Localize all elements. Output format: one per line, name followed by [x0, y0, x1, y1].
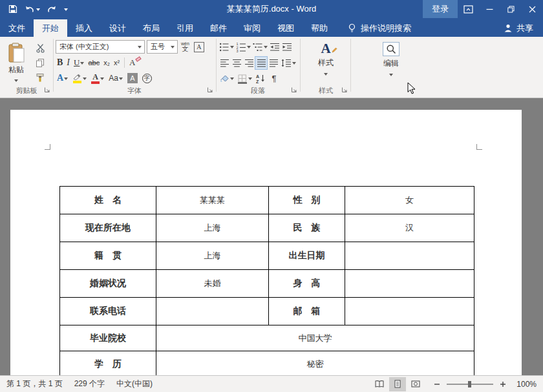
- text-effects-button[interactable]: A: [56, 72, 69, 85]
- decrease-indent-button[interactable]: [269, 41, 281, 53]
- borders-button[interactable]: [237, 72, 253, 85]
- customize-quick-access-button[interactable]: [64, 6, 68, 13]
- subscript-button[interactable]: x₂: [102, 56, 111, 69]
- sign-in-button[interactable]: 登录: [423, 0, 458, 18]
- print-layout-button[interactable]: [389, 377, 406, 391]
- numbering-button[interactable]: 123: [235, 41, 251, 53]
- distribute-button[interactable]: [268, 57, 279, 69]
- tab-mailings[interactable]: 邮件: [202, 19, 235, 37]
- tab-review[interactable]: 审阅: [235, 19, 269, 37]
- enclose-characters-button[interactable]: 字: [141, 72, 153, 85]
- zoom-level[interactable]: 100%: [515, 380, 537, 389]
- styles-dialog-launcher[interactable]: [341, 87, 348, 93]
- shading-button[interactable]: [218, 72, 235, 85]
- format-painter-button[interactable]: [32, 72, 48, 84]
- cell-email-value[interactable]: [345, 298, 474, 325]
- increase-indent-button[interactable]: [281, 41, 293, 53]
- cell-degree-value[interactable]: 秘密: [156, 351, 474, 376]
- cell-hometown-value[interactable]: 上海: [156, 242, 269, 270]
- language-status[interactable]: 中文(中国): [116, 378, 153, 389]
- cell-phone-value[interactable]: [156, 298, 269, 325]
- cell-marital-label[interactable]: 婚姻状况: [60, 270, 156, 298]
- cell-gender-value[interactable]: 女: [345, 187, 474, 214]
- bold-button[interactable]: B: [56, 56, 64, 69]
- cell-school-value[interactable]: 中国大学: [156, 325, 474, 351]
- superscript-button[interactable]: x²: [112, 56, 121, 69]
- cell-location-value[interactable]: 上海: [156, 214, 269, 242]
- tab-layout[interactable]: 布局: [134, 19, 168, 37]
- phonetic-guide-button[interactable]: wén 文: [180, 41, 191, 54]
- ribbon-display-options-button[interactable]: [458, 0, 479, 18]
- zoom-out-button[interactable]: [432, 379, 442, 389]
- align-right-button[interactable]: [243, 57, 255, 69]
- cell-height-value[interactable]: [345, 270, 474, 298]
- paste-button[interactable]: 粘贴: [4, 41, 28, 90]
- undo-button[interactable]: [25, 5, 40, 14]
- cell-phone-label[interactable]: 联系电话: [60, 298, 156, 325]
- tab-design[interactable]: 设计: [101, 19, 134, 37]
- cut-button[interactable]: [32, 42, 48, 54]
- read-mode-button[interactable]: [371, 377, 388, 391]
- styles-button[interactable]: A 样式: [303, 39, 349, 77]
- italic-button[interactable]: I: [65, 56, 71, 69]
- zoom-slider-thumb[interactable]: [468, 381, 471, 387]
- line-spacing-button[interactable]: [280, 57, 297, 69]
- character-shading-button[interactable]: A: [126, 72, 139, 85]
- zoom-in-button[interactable]: [498, 379, 508, 389]
- change-case-button[interactable]: Aa: [107, 72, 124, 85]
- cell-email-label[interactable]: 邮 箱: [269, 298, 345, 325]
- sort-button[interactable]: AZ: [255, 72, 266, 85]
- close-button[interactable]: [522, 0, 543, 18]
- document-page[interactable]: 姓 名 某某某 性 别 女 现在所在地 上海 民 族 汉 籍 贯 上海 出生日期: [10, 110, 522, 375]
- show-formatting-marks-button[interactable]: ¶: [268, 72, 280, 85]
- justify-button[interactable]: [255, 57, 267, 69]
- word-count[interactable]: 229 个字: [74, 378, 105, 389]
- editing-button[interactable]: 编辑: [372, 39, 410, 78]
- cell-birthdate-label[interactable]: 出生日期: [269, 242, 345, 270]
- minimize-button[interactable]: [479, 0, 500, 18]
- tell-me-search[interactable]: 操作说明搜索: [340, 19, 419, 37]
- tab-view[interactable]: 视图: [269, 19, 303, 37]
- cell-marital-value[interactable]: 未婚: [156, 270, 269, 298]
- highlight-button[interactable]: [71, 72, 88, 85]
- cell-gender-label[interactable]: 性 别: [269, 187, 345, 214]
- font-dialog-launcher[interactable]: [207, 87, 213, 93]
- bullets-button[interactable]: [218, 41, 235, 53]
- cell-ethnicity-label[interactable]: 民 族: [269, 214, 345, 242]
- underline-button[interactable]: U: [72, 56, 85, 69]
- save-button[interactable]: [8, 5, 17, 14]
- cell-ethnicity-value[interactable]: 汉: [345, 214, 474, 242]
- font-color-button[interactable]: A: [90, 72, 105, 85]
- align-left-button[interactable]: [218, 57, 230, 69]
- cell-height-label[interactable]: 身 高: [269, 270, 345, 298]
- cell-location-label[interactable]: 现在所在地: [60, 214, 156, 242]
- redo-button[interactable]: [47, 5, 57, 14]
- zoom-slider[interactable]: [447, 384, 493, 385]
- tab-home[interactable]: 开始: [34, 19, 67, 37]
- tab-insert[interactable]: 插入: [67, 19, 101, 37]
- restore-button[interactable]: [500, 0, 522, 18]
- tab-help[interactable]: 帮助: [303, 19, 336, 37]
- align-center-button[interactable]: [231, 57, 242, 69]
- cell-name-value[interactable]: 某某某: [156, 187, 269, 214]
- share-button[interactable]: 共享: [504, 19, 543, 37]
- copy-button[interactable]: [32, 57, 48, 69]
- tab-file[interactable]: 文件: [0, 19, 34, 37]
- cell-hometown-label[interactable]: 籍 贯: [60, 242, 156, 270]
- cell-birthdate-value[interactable]: [345, 242, 474, 270]
- tab-references[interactable]: 引用: [168, 19, 202, 37]
- cell-degree-label[interactable]: 学 历: [60, 351, 156, 376]
- web-layout-button[interactable]: [407, 377, 424, 391]
- paragraph-dialog-launcher[interactable]: [291, 87, 297, 93]
- multilevel-list-button[interactable]: [252, 41, 268, 53]
- font-name-select[interactable]: 宋体 (中文正文): [56, 40, 145, 54]
- font-size-select[interactable]: 五号: [147, 40, 178, 54]
- character-border-button[interactable]: A: [193, 41, 206, 54]
- page-info[interactable]: 第 1 页，共 1 页: [6, 378, 63, 389]
- cell-school-label[interactable]: 毕业院校: [60, 325, 156, 351]
- strikethrough-button[interactable]: abc: [87, 56, 101, 69]
- cell-name-label[interactable]: 姓 名: [60, 187, 156, 214]
- undo-caret-icon[interactable]: [36, 8, 40, 13]
- clear-formatting-button[interactable]: A: [128, 56, 140, 69]
- clipboard-dialog-launcher[interactable]: [44, 87, 50, 93]
